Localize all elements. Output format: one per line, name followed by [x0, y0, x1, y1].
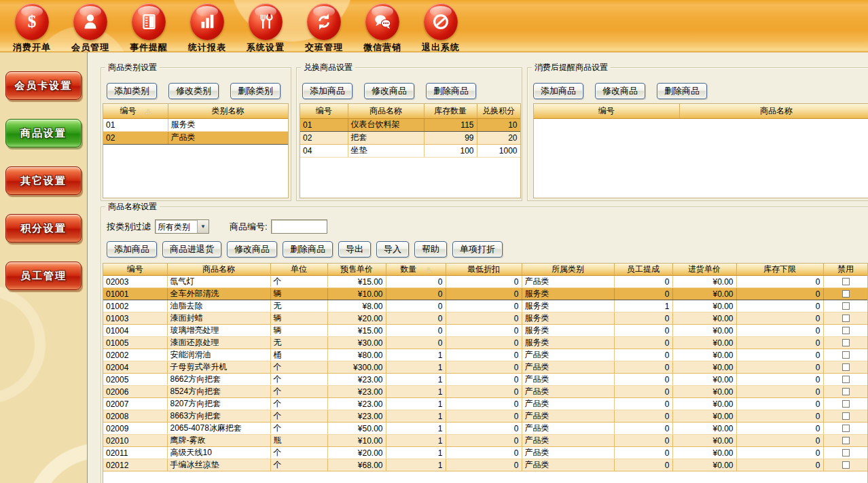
disable-checkbox[interactable]	[842, 351, 850, 359]
reminder-action-button[interactable]: 修改商品	[595, 83, 645, 99]
column-header[interactable]: 编号	[300, 104, 348, 118]
disable-checkbox[interactable]	[842, 449, 850, 457]
sidebar-item-label: 员工管理	[20, 270, 67, 281]
disable-checkbox[interactable]	[842, 315, 850, 322]
reminder-action-button[interactable]: 添加商品	[533, 83, 583, 99]
table-cell: ¥0.00	[672, 276, 736, 288]
column-header[interactable]: 编号	[103, 264, 167, 276]
category-filter-dropdown[interactable]: 所有类别 ▼	[155, 219, 209, 234]
toolbar-item-member-management[interactable]: 会员管理	[61, 1, 120, 54]
sidebar-item-member-card-settings[interactable]: 会员卡设置	[5, 71, 82, 100]
table-row[interactable]: 02004子母剪式举升机个¥300.0010产品类0¥0.000	[103, 361, 868, 374]
product-action-button[interactable]: 帮助	[414, 241, 447, 257]
table-row[interactable]: 01003漆面封蜡辆¥20.0000服务类0¥0.000	[103, 312, 868, 325]
disable-checkbox[interactable]	[842, 278, 850, 285]
column-header[interactable]: 单位	[270, 264, 327, 276]
disable-checkbox[interactable]	[842, 412, 850, 420]
product-action-button[interactable]: 商品进退货	[162, 241, 221, 257]
column-header[interactable]: 库存下限	[736, 264, 823, 276]
table-row[interactable]: 02012手编冰丝凉垫个¥68.0010产品类0¥0.000	[103, 459, 868, 471]
disable-checkbox[interactable]	[842, 339, 850, 346]
disable-checkbox[interactable]	[842, 363, 850, 371]
column-header[interactable]: 所属类别	[522, 264, 614, 276]
disable-checkbox[interactable]	[842, 290, 850, 298]
disable-checkbox[interactable]	[842, 388, 850, 395]
toolbar-item-wechat-marketing[interactable]: 微信营销	[353, 1, 412, 54]
table-row[interactable]: 01001全车外部清洗辆¥10.0000服务类0¥0.000	[103, 288, 868, 300]
chevron-down-icon[interactable]: ▼	[197, 220, 209, 233]
product-action-button[interactable]: 单项打折	[452, 241, 503, 257]
column-header[interactable]: 兑换积分	[477, 104, 520, 118]
table-row[interactable]: 01004玻璃增亮处理辆¥15.0000服务类0¥0.000	[103, 325, 868, 337]
column-header[interactable]: 编号	[534, 104, 679, 118]
table-row[interactable]: 01服务类	[103, 118, 288, 131]
table-row[interactable]: 020058662方向把套个¥23.0010产品类0¥0.000	[103, 374, 868, 386]
disable-checkbox[interactable]	[842, 376, 850, 383]
table-row[interactable]: 01005漆面还原处理无¥30.0000服务类0¥0.000	[103, 337, 868, 349]
table-cell: 产品类	[522, 410, 614, 423]
table-cell: 0	[614, 374, 672, 386]
product-action-button[interactable]: 导入	[376, 241, 409, 257]
table-row[interactable]: 020088663方向把套个¥23.0010产品类0¥0.000	[103, 410, 868, 423]
table-row[interactable]: 02把套9920	[300, 131, 520, 144]
disable-checkbox[interactable]	[842, 302, 850, 310]
table-row[interactable]: 02002安能润滑油桶¥80.0010产品类0¥0.000	[103, 349, 868, 361]
column-header[interactable]: 商品名称	[167, 264, 270, 276]
disable-checkbox[interactable]	[842, 400, 850, 408]
table-cell: 02004	[103, 361, 167, 374]
table-row[interactable]: 01仪表台饮料架11510	[300, 118, 520, 131]
sidebar-item-staff-management[interactable]: 员工管理	[5, 262, 82, 290]
product-action-button[interactable]: 导出	[338, 241, 371, 257]
toolbar-item-shift-management[interactable]: 交班管理	[295, 1, 353, 54]
table-cell: ¥20.00	[327, 447, 386, 459]
category-action-button[interactable]: 修改类别	[168, 83, 219, 99]
table-row[interactable]: 020068524方向把套个¥23.0010产品类0¥0.000	[103, 386, 868, 398]
table-row[interactable]: 020092065-4078冰麻把套个¥50.0010产品类0¥0.000	[103, 423, 868, 435]
category-action-button[interactable]: 添加类别	[107, 83, 157, 99]
table-row[interactable]: 02003氙气灯个¥15.0000产品类0¥0.000	[103, 276, 868, 288]
exchange-action-button[interactable]: 修改商品	[364, 83, 414, 99]
column-header[interactable]: 库存数量	[424, 104, 477, 118]
toolbar-item-statistics-report[interactable]: 统计报表	[178, 1, 236, 54]
exchange-action-button[interactable]: 删除商品	[426, 83, 476, 99]
disable-checkbox[interactable]	[842, 437, 850, 444]
dollar-icon: $	[15, 3, 49, 40]
disable-checkbox[interactable]	[842, 327, 850, 334]
product-action-button[interactable]: 添加商品	[107, 241, 157, 257]
column-header[interactable]: 数量△	[386, 264, 446, 276]
table-row[interactable]: 02011高级天线10个¥20.0010产品类0¥0.000	[103, 447, 868, 459]
category-action-button[interactable]: 删除类别	[230, 83, 281, 99]
table-cell: 01005	[103, 337, 167, 349]
table-row[interactable]: 020078207方向把套个¥23.0010产品类0¥0.000	[103, 398, 868, 410]
table-row[interactable]: 04坐垫1001000	[300, 144, 520, 157]
table-row[interactable]: 01002油脂去除无¥8.0000服务类1¥0.000	[103, 300, 868, 312]
column-header[interactable]: 禁用	[823, 264, 868, 276]
toolbar-item-system-settings[interactable]: 系统设置	[236, 1, 295, 54]
sidebar-item-points-settings[interactable]: 积分设置	[5, 214, 82, 243]
disable-checkbox[interactable]	[842, 425, 850, 432]
column-header[interactable]: 进货单价	[672, 264, 736, 276]
table-cell: 0	[446, 447, 522, 459]
table-cell: 产品类	[168, 131, 288, 144]
toolbar-item-event-reminder[interactable]: 事件提醒	[120, 1, 178, 54]
sidebar-item-other-settings[interactable]: 其它设置	[5, 166, 82, 195]
table-row[interactable]: 02010鹰牌-雾敌瓶¥10.0010产品类0¥0.000	[103, 435, 868, 447]
toolbar-item-exit-system[interactable]: 退出系统	[412, 1, 470, 54]
product-code-input[interactable]	[271, 219, 327, 234]
reminder-action-button[interactable]: 删除商品	[657, 83, 707, 99]
product-action-button[interactable]: 修改商品	[227, 241, 277, 257]
column-header[interactable]: 商品名称	[348, 104, 424, 118]
disable-checkbox[interactable]	[842, 461, 850, 469]
column-header[interactable]: 预售单价	[327, 264, 386, 276]
column-header[interactable]: 最低折扣	[446, 264, 522, 276]
toolbar-item-consume-billing[interactable]: $ 消费开单	[3, 1, 61, 54]
exchange-action-button[interactable]: 添加商品	[302, 83, 352, 99]
product-action-button[interactable]: 删除商品	[283, 241, 333, 257]
column-header[interactable]: 编号△	[103, 104, 168, 118]
sidebar-item-product-settings[interactable]: 商品设置	[5, 119, 82, 147]
column-header[interactable]: 商品名称	[679, 104, 868, 118]
table-cell: 8524方向把套	[167, 386, 270, 398]
column-header[interactable]: 类别名称	[168, 104, 288, 118]
column-header[interactable]: 员工提成	[614, 264, 672, 276]
table-row[interactable]: 02产品类	[103, 131, 288, 144]
